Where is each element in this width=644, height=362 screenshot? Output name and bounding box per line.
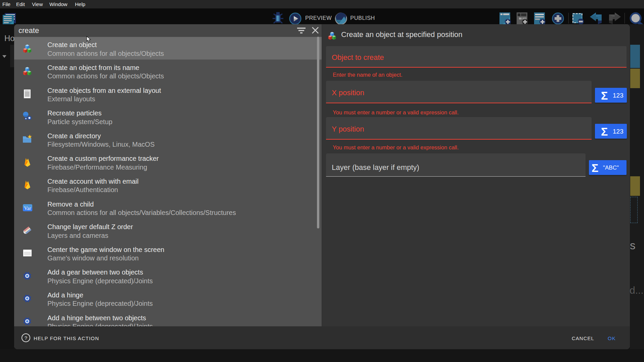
svg-text:Var: Var — [24, 205, 31, 211]
svg-text:?: ? — [25, 335, 27, 341]
